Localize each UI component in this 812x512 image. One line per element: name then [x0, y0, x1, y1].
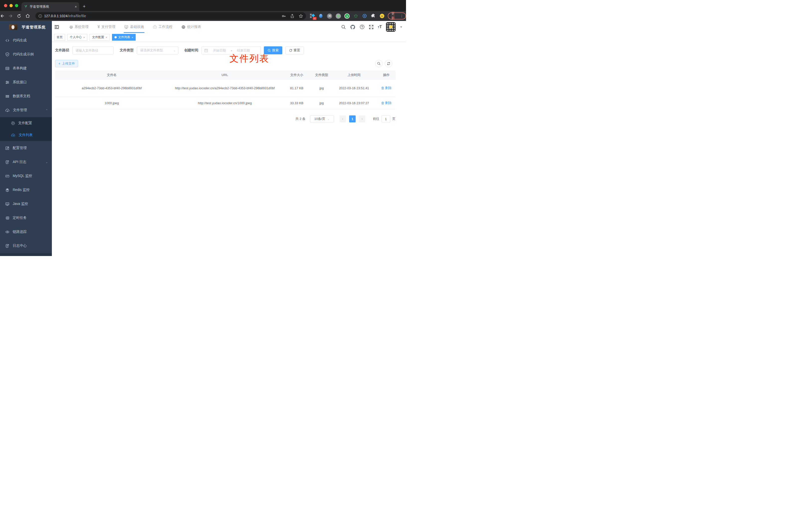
prev-page-button[interactable]: ‹	[340, 115, 346, 122]
refresh-table-button[interactable]	[385, 60, 392, 67]
user-avatar-qr[interactable]	[386, 22, 396, 32]
reload-icon[interactable]	[17, 14, 25, 18]
delete-button[interactable]: 删除	[381, 101, 392, 105]
column-header-actions: 操作	[377, 73, 396, 77]
chevron-down-icon: ⌄	[327, 117, 329, 121]
cloud-upload-icon	[11, 133, 16, 137]
home-icon[interactable]	[25, 14, 34, 18]
github-icon[interactable]	[350, 24, 355, 30]
tag-close-icon[interactable]: ×	[132, 36, 133, 39]
tag-file-list[interactable]: 文件列表 ×	[112, 34, 136, 41]
sidebar-item-tracing[interactable]: 链路追踪	[0, 225, 52, 239]
sidebar-item-label: Java 监控	[13, 202, 48, 206]
new-tab-button[interactable]: +	[83, 3, 86, 10]
sidebar-item-form-builder[interactable]: 表单构建	[0, 61, 52, 75]
file-table: 文件名 URL 文件大小 文件类型 上传时间 操作 a294ecb2-73dd-…	[55, 70, 396, 110]
close-window-button[interactable]	[4, 4, 7, 7]
delete-label: 删除	[385, 86, 392, 90]
browser-update-button[interactable]: 更新 ⋮	[388, 12, 406, 20]
sidebar-item-java-monitor[interactable]: Java 监控	[0, 197, 52, 211]
password-key-icon[interactable]	[282, 14, 286, 18]
delete-button[interactable]: 删除	[381, 86, 392, 90]
tag-close-icon[interactable]: ×	[106, 36, 107, 39]
sidebar-item-file-management[interactable]: 文件管理 ⌃	[0, 103, 52, 117]
sidebar-item-mysql-monitor[interactable]: MySQL 监控	[0, 169, 52, 183]
start-date-input[interactable]	[209, 49, 230, 52]
goto-page-input[interactable]	[381, 115, 390, 122]
avatar-caret-down-icon[interactable]: ▼	[400, 25, 403, 28]
sidebar-item-code-example[interactable]: 代码生成示例	[0, 48, 52, 61]
sidebar-item-code-generation[interactable]: 代码生成	[0, 33, 52, 48]
squares-diamond-extension-icon[interactable]: 11	[310, 13, 315, 19]
sidebar-item-system-api[interactable]: 系统接口	[0, 75, 52, 89]
tab-close-icon[interactable]: ×	[75, 5, 77, 9]
trash-icon	[381, 87, 384, 90]
sidebar-item-log-center[interactable]: 日志中心	[0, 239, 52, 253]
red-annotation-text: 文件列表	[229, 52, 269, 65]
address-bar[interactable]: 127.0.0.1:1024/infra/file/file	[35, 12, 306, 20]
sidebar-item-config-management[interactable]: 配置管理	[0, 141, 52, 155]
sidebar-logo-row[interactable]: 芋道管理系统	[0, 21, 52, 33]
yen-icon: ¥	[97, 25, 100, 29]
fullscreen-icon[interactable]	[369, 25, 374, 29]
tag-profile[interactable]: 个人中心 ×	[67, 34, 87, 41]
file-path-input[interactable]	[72, 47, 114, 54]
site-info-icon[interactable]	[38, 14, 42, 18]
topnav-item-system[interactable]: 系统管理	[65, 21, 93, 33]
gray-green-circle-extension-icon[interactable]	[336, 13, 341, 19]
green-star-extension-icon[interactable]: ✩	[353, 13, 358, 19]
file-path-label: 文件路径	[55, 48, 69, 53]
collapse-sidebar-icon[interactable]	[52, 25, 63, 29]
sidebar-item-redis-monitor[interactable]: Redis 监控	[0, 183, 52, 197]
blue-eye-extension-icon[interactable]	[362, 13, 367, 19]
table-toolbar: + 上传文件	[55, 60, 399, 67]
search-icon[interactable]	[341, 25, 346, 29]
puzzle-extensions-icon[interactable]	[371, 13, 376, 19]
page-size-value: 10条/页	[314, 117, 325, 121]
balloon-extension-icon[interactable]	[318, 13, 324, 19]
upload-file-button[interactable]: + 上传文件	[55, 60, 78, 67]
tag-file-config[interactable]: 文件配置 ×	[90, 34, 110, 41]
calendar-icon	[204, 49, 208, 52]
sidebar-item-database-doc[interactable]: 数据库文档	[0, 89, 52, 103]
sidebar-item-file-config[interactable]: 文件配置	[0, 117, 52, 129]
font-size-icon[interactable]: TT	[378, 25, 382, 29]
browser-tab[interactable]: 芋道管理系统 ×	[22, 2, 79, 11]
topnav-item-infrastructure[interactable]: 基础设施	[120, 21, 148, 33]
help-icon[interactable]	[359, 24, 365, 29]
forward-icon[interactable]	[8, 14, 17, 18]
briefcase-icon	[153, 25, 157, 29]
command-extension-icon[interactable]: ⌘	[327, 13, 332, 19]
sidebar-item-api-log[interactable]: API 日志 ⌄	[0, 155, 52, 169]
tag-close-icon[interactable]: ×	[83, 36, 85, 39]
y-letter-extension-icon[interactable]: y	[344, 13, 350, 19]
share-icon[interactable]	[290, 14, 294, 18]
cell-actions: 删除	[377, 101, 396, 106]
topnav-item-workflow[interactable]: 工作流程	[148, 21, 177, 33]
reset-button[interactable]: 重置	[285, 47, 304, 54]
next-page-button[interactable]: ›	[359, 115, 365, 122]
sidebar-item-scheduled-tasks[interactable]: 定时任务	[0, 211, 52, 225]
emoji-face-extension-icon[interactable]	[379, 13, 385, 19]
sidebar-item-file-list[interactable]: 文件列表	[0, 129, 52, 141]
topnav-item-reports[interactable]: 统计报表	[177, 21, 205, 33]
delete-label: 删除	[385, 101, 392, 105]
tag-home[interactable]: 首页	[54, 34, 65, 41]
bookmark-star-icon[interactable]	[299, 14, 303, 18]
browser-menu-dots-icon[interactable]: ⋮	[400, 14, 404, 18]
refresh-icon	[289, 49, 292, 52]
file-type-select[interactable]: 请选择文件类型 ⌄	[137, 47, 178, 54]
traffic-lights	[4, 4, 18, 7]
end-date-input[interactable]	[233, 49, 254, 52]
topnav-item-payment[interactable]: ¥ 支付管理	[93, 21, 120, 33]
minimize-window-button[interactable]	[9, 4, 13, 7]
zoom-window-button[interactable]	[15, 4, 18, 7]
sidebar: 芋道管理系统 代码生成 代码生成示例 表单构建 系统接口 数据库文档 文件管理 …	[0, 21, 52, 256]
tag-label: 首页	[57, 35, 63, 39]
sliders-icon	[5, 80, 9, 85]
show-search-toggle-button[interactable]	[375, 60, 382, 67]
back-icon[interactable]	[0, 14, 8, 18]
page-size-select[interactable]: 10条/页 ⌄	[310, 115, 334, 122]
command-glyph: ⌘	[327, 13, 332, 19]
page-number-active[interactable]: 1	[349, 115, 356, 122]
